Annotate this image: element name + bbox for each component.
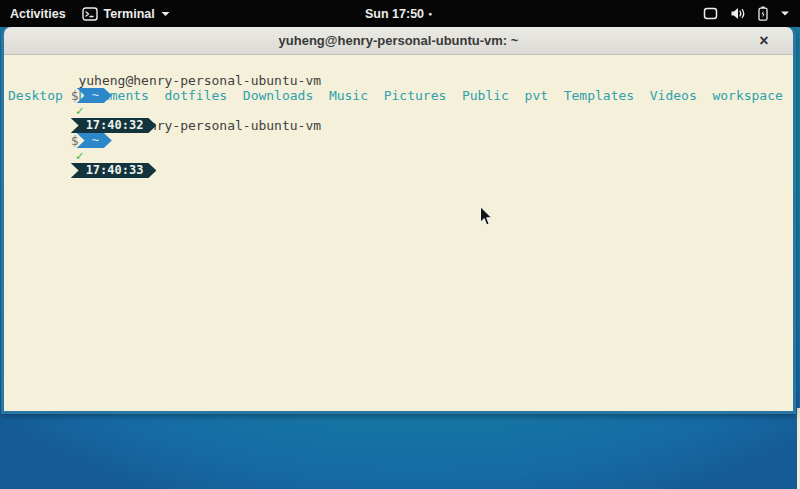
prompt-success-check: ✓ bbox=[76, 148, 84, 163]
window-titlebar[interactable]: yuheng@henry-personal-ubuntu-vm: ~ × bbox=[4, 27, 793, 55]
prompt-time-segment: 17:40:32 bbox=[71, 118, 157, 133]
chevron-down-icon bbox=[161, 11, 170, 17]
prompt-line: yuheng@henry-personal-ubuntu-vm ~ ✓ 17:4… bbox=[8, 103, 793, 118]
screen-icon bbox=[703, 7, 718, 20]
activities-button[interactable]: Activities bbox=[10, 7, 66, 21]
notification-dot: ● bbox=[428, 10, 432, 17]
app-menu-label: Terminal bbox=[104, 7, 155, 21]
app-menu-button[interactable]: Terminal bbox=[82, 7, 170, 21]
top-bar: Activities Terminal Sun 17:50 ● bbox=[0, 0, 800, 27]
mouse-cursor bbox=[479, 206, 493, 227]
screen: Activities Terminal Sun 17:50 ● bbox=[0, 0, 800, 489]
prompt-line: yuheng@henry-personal-ubuntu-vm ~ ✓ 17:4… bbox=[8, 58, 793, 73]
prompt-time-segment: 17:40:33 bbox=[71, 163, 157, 178]
system-status-area[interactable] bbox=[703, 0, 790, 27]
terminal-icon bbox=[82, 7, 98, 21]
prompt-success-check: ✓ bbox=[76, 103, 84, 118]
battery-charging-icon bbox=[758, 6, 768, 21]
close-button[interactable]: × bbox=[753, 27, 775, 55]
clock-label: Sun 17:50 bbox=[365, 7, 424, 21]
volume-icon bbox=[730, 7, 746, 20]
prompt-username: yuheng@henry-personal-ubuntu-vm bbox=[71, 73, 321, 88]
terminal-content[interactable]: yuheng@henry-personal-ubuntu-vm ~ ✓ 17:4… bbox=[4, 55, 793, 411]
chevron-down-icon bbox=[780, 10, 790, 17]
terminal-window: yuheng@henry-personal-ubuntu-vm: ~ × yuh… bbox=[1, 27, 796, 414]
clock-button[interactable]: Sun 17:50 ● bbox=[365, 7, 432, 21]
ls-output: Desktop Documents dotfiles Downloads Mus… bbox=[8, 88, 793, 103]
window-title: yuheng@henry-personal-ubuntu-vm: ~ bbox=[279, 33, 519, 48]
